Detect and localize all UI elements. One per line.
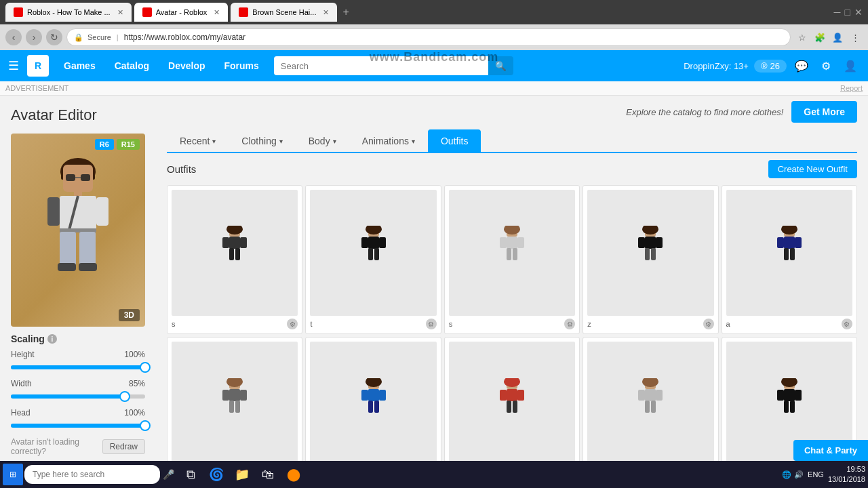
forward-btn[interactable]: › xyxy=(26,29,42,45)
svg-rect-48 xyxy=(795,237,802,248)
svg-rect-25 xyxy=(368,237,379,249)
outfit-name: s xyxy=(172,320,176,328)
outfit-image xyxy=(726,190,852,316)
taskbar-store-icon[interactable]: 🛍 xyxy=(256,462,280,487)
report-link[interactable]: Report xyxy=(840,84,863,92)
settings-nav-icon[interactable]: ⚙ xyxy=(816,56,835,75)
search-input[interactable] xyxy=(274,56,491,75)
outfit-card[interactable]: z ⚙ xyxy=(583,185,718,334)
close-btn[interactable]: ✕ xyxy=(854,7,863,18)
outfit-gear-icon[interactable]: ⚙ xyxy=(842,319,852,329)
browser-tab-3[interactable]: Brown Scene Hai... ✕ xyxy=(231,3,337,22)
search-button[interactable]: 🔍 xyxy=(488,56,513,75)
outfit-card[interactable]: a ⚙ xyxy=(722,185,857,334)
outfit-gear-icon[interactable]: ⚙ xyxy=(287,319,298,329)
nav-catalog[interactable]: Catalog xyxy=(105,50,159,81)
taskbar-mic-icon[interactable]: 🎤 xyxy=(163,469,174,480)
separator: | xyxy=(117,33,119,41)
tab3-label: Brown Scene Hai... xyxy=(252,8,316,16)
svg-rect-53 xyxy=(229,389,240,401)
hamburger-menu[interactable]: ☰ xyxy=(8,58,19,73)
robux-badge[interactable]: ® 26 xyxy=(754,60,787,73)
roblox-logo[interactable]: R xyxy=(27,55,49,77)
scaling-title: Scaling i xyxy=(11,333,145,344)
taskbar-task-view[interactable]: ⧉ xyxy=(178,462,203,487)
get-more-button[interactable]: Get More xyxy=(791,101,857,123)
taskbar-search-input[interactable] xyxy=(24,465,160,484)
svg-rect-13 xyxy=(79,232,96,266)
outfit-footer: s ⚙ xyxy=(172,319,298,329)
tab-recent[interactable]: Recent ▾ xyxy=(167,129,229,152)
chat-party-btn[interactable]: Chat & Party xyxy=(793,440,868,461)
chat-icon[interactable]: 💬 xyxy=(792,56,811,75)
height-thumb[interactable] xyxy=(140,362,151,373)
head-slider[interactable] xyxy=(11,420,145,432)
svg-rect-46 xyxy=(784,237,795,249)
height-slider[interactable] xyxy=(11,361,145,373)
tab-clothing[interactable]: Clothing ▾ xyxy=(229,129,295,152)
outfit-gear-icon[interactable]: ⚙ xyxy=(564,319,575,329)
extensions-icon[interactable]: 🧩 xyxy=(812,30,827,45)
address-bar[interactable]: 🔒 Secure | https://www.roblox.com/my/ava… xyxy=(66,28,791,46)
outfit-name: a xyxy=(726,320,730,328)
outfit-card[interactable]: t ⚙ xyxy=(305,185,441,334)
browser-tab-1[interactable]: Roblox - How To Make ... ✕ xyxy=(5,3,132,22)
nav-games[interactable]: Games xyxy=(54,50,105,81)
tab2-close[interactable]: ✕ xyxy=(214,8,220,17)
svg-rect-61 xyxy=(361,390,368,401)
minimize-btn[interactable]: ─ xyxy=(834,7,841,18)
browser-tab-2[interactable]: Avatar - Roblox ✕ xyxy=(134,3,229,22)
nav-forums[interactable]: Forums xyxy=(215,50,269,81)
settings-icon[interactable]: ⋮ xyxy=(848,30,863,45)
svg-rect-76 xyxy=(656,390,663,401)
svg-point-24 xyxy=(366,226,382,235)
tab-body[interactable]: Body ▾ xyxy=(296,129,349,152)
svg-rect-75 xyxy=(638,390,645,401)
taskbar: ⊞ 🎤 ⧉ 🌀 📁 🛍 ⬤ 🌐 🔊 ENG 19:53 13/01/2018 xyxy=(0,461,868,488)
taskbar-edge-icon[interactable]: 🌀 xyxy=(204,462,229,487)
tab-outfits[interactable]: Outfits xyxy=(428,129,481,152)
svg-point-17 xyxy=(226,226,243,235)
start-button[interactable]: ⊞ xyxy=(3,464,23,485)
outfit-card[interactable]: s ⚙ xyxy=(444,185,580,334)
profile-icon[interactable]: 👤 xyxy=(841,56,860,75)
maximize-btn[interactable]: □ xyxy=(845,7,850,18)
redraw-btn[interactable]: Redraw xyxy=(102,439,145,454)
svg-rect-18 xyxy=(229,237,240,249)
svg-rect-36 xyxy=(513,248,517,260)
ad-label: ADVERTISEMENT xyxy=(5,84,68,92)
back-btn[interactable]: ‹ xyxy=(5,29,22,45)
width-slider[interactable] xyxy=(11,390,145,403)
svg-rect-21 xyxy=(229,248,234,260)
outfit-card[interactable]: s ⚙ xyxy=(167,185,302,334)
reload-btn[interactable]: ↻ xyxy=(46,29,62,45)
width-thumb[interactable] xyxy=(119,391,130,402)
tab1-label: Roblox - How To Make ... xyxy=(27,8,111,16)
outfit-image xyxy=(587,190,713,316)
browser-action-buttons: ☆ 🧩 👤 ⋮ xyxy=(795,30,863,45)
scaling-info-icon[interactable]: i xyxy=(47,334,57,344)
nav-develop[interactable]: Develop xyxy=(159,50,214,81)
svg-rect-6 xyxy=(74,191,82,197)
outfit-gear-icon[interactable]: ⚙ xyxy=(426,319,437,329)
left-panel: Avatar Editor R6 R15 xyxy=(0,96,156,486)
bookmark-icon[interactable]: ☆ xyxy=(795,30,810,45)
windows-icon: ⊞ xyxy=(9,470,16,479)
new-tab-btn[interactable]: + xyxy=(342,6,349,18)
tab3-close[interactable]: ✕ xyxy=(323,8,329,17)
3d-toggle-btn[interactable]: 3D xyxy=(119,309,140,321)
width-value: 85% xyxy=(129,379,145,388)
redraw-row: Avatar isn't loading correctly? Redraw xyxy=(11,437,145,456)
taskbar-chrome-icon[interactable]: ⬤ xyxy=(281,462,306,487)
head-thumb[interactable] xyxy=(140,420,151,431)
create-outfit-button[interactable]: Create New Outfit xyxy=(768,160,857,178)
r6-badge[interactable]: R6 xyxy=(95,139,114,150)
svg-rect-42 xyxy=(645,248,650,260)
tab-animations[interactable]: Animations ▾ xyxy=(349,129,428,152)
tab1-close[interactable]: ✕ xyxy=(117,8,123,17)
secure-label: Secure xyxy=(87,33,111,41)
taskbar-explorer-icon[interactable]: 📁 xyxy=(230,462,254,487)
user-account-icon[interactable]: 👤 xyxy=(830,30,845,45)
r15-badge[interactable]: R15 xyxy=(117,139,140,150)
outfit-gear-icon[interactable]: ⚙ xyxy=(703,319,714,329)
